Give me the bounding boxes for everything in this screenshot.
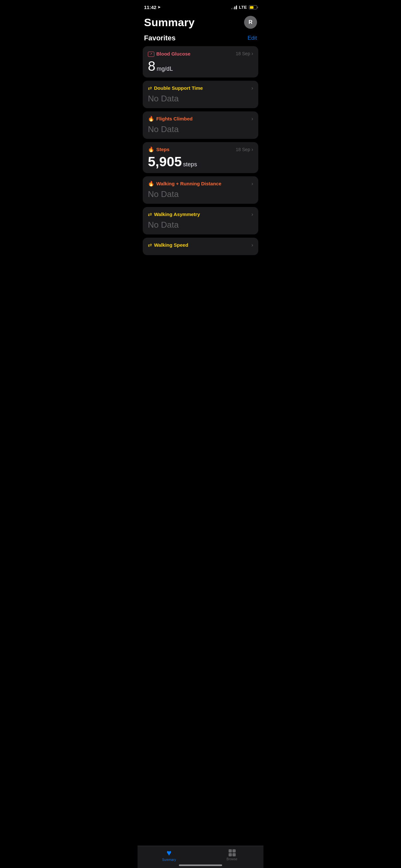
walking-asymmetry-chevron-icon: › [251, 212, 253, 217]
cards-container: Blood Glucose 18 Sep › 8 mg/dL ⇄ Double … [137, 46, 264, 235]
walking-running-title: Walking + Running Distance [156, 181, 221, 186]
walking-speed-chevron-icon: › [251, 242, 253, 248]
steps-title: Steps [156, 147, 169, 152]
blood-glucose-title: Blood Glucose [156, 51, 190, 57]
favorites-section-title: Favorites [144, 34, 176, 42]
blood-glucose-date: 18 Sep [236, 51, 250, 56]
walking-running-chevron-icon: › [251, 181, 253, 187]
bg-icon-wrapper [148, 52, 154, 57]
double-support-chevron-icon: › [251, 85, 253, 91]
edit-button[interactable]: Edit [248, 35, 257, 41]
card-title-row: 🔥 Steps [148, 147, 169, 152]
steps-value: 5,905 steps [148, 155, 253, 168]
status-time: 11:42 ➤ [144, 4, 160, 10]
double-support-card[interactable]: ⇄ Double Support Time › No Data [143, 81, 258, 108]
card-title-row: 🔥 Flights Climbed [148, 116, 193, 121]
time-display: 11:42 [144, 4, 156, 10]
card-title-row: 🔥 Walking + Running Distance [148, 181, 221, 186]
double-support-no-data: No Data [148, 94, 253, 104]
walking-asymmetry-icon: ⇄ [148, 212, 152, 217]
steps-date: 18 Sep [236, 147, 250, 152]
card-header: 🔥 Steps 18 Sep › [148, 147, 253, 152]
card-header: 🔥 Flights Climbed › [148, 116, 253, 122]
walking-running-card[interactable]: 🔥 Walking + Running Distance › No Data [143, 176, 258, 204]
walking-speed-card[interactable]: ⇄ Walking Speed › [143, 238, 258, 255]
walking-running-no-data: No Data [148, 189, 253, 199]
blood-glucose-number: 8 [148, 59, 155, 73]
page-header: Summary R [137, 12, 264, 34]
card-header: ⇄ Double Support Time › [148, 85, 253, 91]
blood-glucose-unit: mg/dL [157, 66, 173, 72]
card-title-row: ⇄ Walking Speed [148, 242, 188, 248]
card-title-row: ⇄ Double Support Time [148, 85, 203, 91]
status-right: LTE [231, 5, 257, 10]
flights-climbed-no-data: No Data [148, 124, 253, 134]
flights-climbed-card[interactable]: 🔥 Flights Climbed › No Data [143, 112, 258, 139]
walking-speed-icon: ⇄ [148, 243, 152, 247]
card-header: ⇄ Walking Asymmetry › [148, 212, 253, 217]
partial-card-wrapper: ⇄ Walking Speed › [137, 235, 264, 255]
section-header: Favorites Edit [137, 34, 264, 46]
walking-asymmetry-no-data: No Data [148, 220, 253, 230]
walking-asymmetry-card[interactable]: ⇄ Walking Asymmetry › No Data [143, 207, 258, 235]
double-support-title: Double Support Time [154, 85, 203, 91]
steps-card[interactable]: 🔥 Steps 18 Sep › 5,905 steps [143, 142, 258, 173]
battery-fill [250, 6, 253, 9]
lte-label: LTE [239, 5, 247, 10]
walking-speed-title: Walking Speed [154, 242, 188, 248]
steps-date-row: 18 Sep › [236, 147, 253, 152]
blood-glucose-value: 8 mg/dL [148, 59, 253, 73]
steps-unit: steps [183, 161, 197, 167]
status-bar: 11:42 ➤ LTE [137, 0, 264, 12]
blood-glucose-date-row: 18 Sep › [236, 51, 253, 57]
card-header: Blood Glucose 18 Sep › [148, 51, 253, 57]
card-title-row: ⇄ Walking Asymmetry [148, 212, 200, 217]
flights-climbed-icon: 🔥 [148, 116, 154, 121]
steps-icon: 🔥 [148, 147, 154, 152]
flights-climbed-chevron-icon: › [251, 116, 253, 122]
steps-chevron-icon: › [251, 147, 253, 152]
walking-running-icon: 🔥 [148, 181, 154, 186]
flights-climbed-title: Flights Climbed [156, 116, 193, 121]
blood-glucose-card[interactable]: Blood Glucose 18 Sep › 8 mg/dL [143, 46, 258, 78]
signal-bars-icon [231, 5, 237, 9]
scrollable-content: Summary R Favorites Edit Blood Glucose 1… [137, 12, 264, 287]
walking-asymmetry-title: Walking Asymmetry [154, 212, 200, 217]
battery-icon [249, 5, 257, 9]
card-header: ⇄ Walking Speed › [148, 242, 253, 248]
location-arrow-icon: ➤ [158, 5, 160, 9]
double-support-icon: ⇄ [148, 86, 152, 90]
avatar[interactable]: R [244, 16, 257, 29]
page-title: Summary [144, 16, 195, 29]
card-title-row: Blood Glucose [148, 51, 190, 57]
blood-glucose-chevron-icon: › [251, 51, 253, 57]
card-header: 🔥 Walking + Running Distance › [148, 181, 253, 187]
blood-glucose-icon [148, 51, 154, 57]
steps-number: 5,905 [148, 155, 182, 168]
